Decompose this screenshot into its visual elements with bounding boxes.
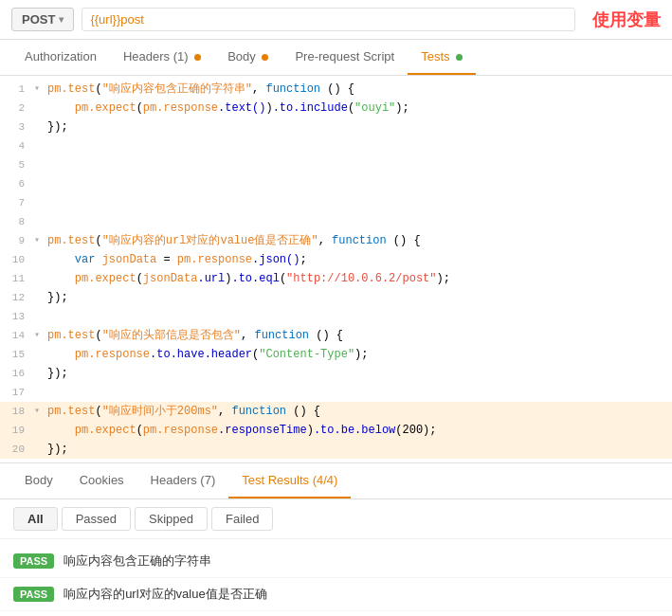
tab-body-result[interactable]: Body <box>11 463 66 498</box>
line-arrow: ▾ <box>34 81 47 98</box>
code-line-11: 11 pm.expect(jsonData.url).to.eql("http:… <box>0 269 672 288</box>
code-line-13: 13 <box>0 307 672 326</box>
test-item: PASS响应的头部信息是否包含 <box>0 611 672 616</box>
line-number: 2 <box>0 100 34 117</box>
tab-headers-result[interactable]: Headers (7) <box>137 463 229 498</box>
pass-badge: PASS <box>13 553 54 569</box>
code-line-2: 2 pm.expect(pm.response.text()).to.inclu… <box>0 99 672 118</box>
test-item: PASS响应内容包含正确的字符串 <box>0 545 672 578</box>
filter-all[interactable]: All <box>13 507 58 531</box>
code-line-17: 17 <box>0 383 672 402</box>
code-line-4: 4 <box>0 136 672 155</box>
line-content: pm.test("响应内容包含正确的字符串", function () { <box>47 81 672 98</box>
method-label: POST <box>22 12 55 27</box>
line-content: pm.test("响应时间小于200ms", function () { <box>47 403 672 420</box>
method-dropdown[interactable]: POST ▾ <box>11 8 74 31</box>
line-number: 9 <box>0 232 34 249</box>
line-content: }); <box>47 365 672 382</box>
line-number: 17 <box>0 384 34 401</box>
code-line-20: 20}); <box>0 440 672 459</box>
line-number: 20 <box>0 441 34 458</box>
filter-row: All Passed Skipped Failed <box>0 499 672 539</box>
line-content: pm.expect(pm.response.text()).to.include… <box>47 100 672 117</box>
line-arrow: ▾ <box>34 327 47 344</box>
line-number: 16 <box>0 365 34 382</box>
line-number: 7 <box>0 194 34 211</box>
tests-dot <box>456 54 463 61</box>
line-content: pm.response.to.have.header("Content-Type… <box>47 346 672 363</box>
code-line-19: 19 pm.expect(pm.response.responseTime).t… <box>0 421 672 440</box>
line-number: 12 <box>0 289 34 306</box>
line-number: 14 <box>0 327 34 344</box>
line-number: 19 <box>0 422 34 439</box>
line-number: 3 <box>0 118 34 136</box>
line-number: 8 <box>0 213 34 230</box>
code-line-18: 18▾pm.test("响应时间小于200ms", function () { <box>0 402 672 421</box>
line-number: 11 <box>0 270 34 287</box>
filter-skipped[interactable]: Skipped <box>135 507 208 531</box>
tab-body[interactable]: Body <box>214 40 282 75</box>
test-results-list: PASS响应内容包含正确的字符串PASS响应内容的url对应的value值是否正… <box>0 539 672 616</box>
url-bar[interactable]: {{url}}post <box>82 8 575 31</box>
tab-authorization[interactable]: Authorization <box>11 40 110 75</box>
line-content: }); <box>47 289 672 306</box>
line-content: var jsonData = pm.response.json(); <box>47 251 672 268</box>
line-content: pm.test("响应的头部信息是否包含", function () { <box>47 327 672 344</box>
code-line-15: 15 pm.response.to.have.header("Content-T… <box>0 345 672 364</box>
line-number: 18 <box>0 403 34 420</box>
filter-failed[interactable]: Failed <box>211 507 273 531</box>
line-content: pm.test("响应内容的url对应的value值是否正确", functio… <box>47 232 672 249</box>
tab-test-results[interactable]: Test Results (4/4) <box>228 463 351 498</box>
line-arrow: ▾ <box>34 403 47 420</box>
line-number: 15 <box>0 346 34 363</box>
line-number: 4 <box>0 137 34 154</box>
test-item: PASS响应内容的url对应的value值是否正确 <box>0 578 672 611</box>
url-text: {{url}}post <box>90 12 143 27</box>
tab-headers[interactable]: Headers (1) <box>110 40 214 75</box>
code-line-10: 10 var jsonData = pm.response.json(); <box>0 250 672 269</box>
code-line-16: 16}); <box>0 364 672 383</box>
line-number: 13 <box>0 308 34 325</box>
code-line-3: 3}); <box>0 118 672 136</box>
test-label: 响应内容包含正确的字符串 <box>64 553 211 570</box>
code-line-1: 1▾pm.test("响应内容包含正确的字符串", function () { <box>0 80 672 99</box>
line-content: }); <box>47 118 672 136</box>
code-editor[interactable]: 1▾pm.test("响应内容包含正确的字符串", function () {2… <box>0 76 672 463</box>
filter-passed[interactable]: Passed <box>62 507 131 531</box>
body-dot <box>262 54 268 61</box>
code-line-6: 6 <box>0 174 672 193</box>
code-line-8: 8 <box>0 212 672 231</box>
code-line-9: 9▾pm.test("响应内容的url对应的value值是否正确", funct… <box>0 231 672 250</box>
code-line-7: 7 <box>0 193 672 212</box>
line-arrow: ▾ <box>34 232 47 249</box>
line-number: 10 <box>0 251 34 268</box>
page-title: 使用变量 <box>592 9 661 31</box>
code-line-5: 5 <box>0 155 672 174</box>
tab-tests[interactable]: Tests <box>408 40 476 75</box>
test-label: 响应内容的url对应的value值是否正确 <box>64 586 267 603</box>
pass-badge: PASS <box>13 587 54 602</box>
headers-dot <box>194 54 201 61</box>
tabs-row: Authorization Headers (1) Body Pre-reque… <box>0 40 672 76</box>
tab-cookies[interactable]: Cookies <box>66 463 137 498</box>
line-number: 5 <box>0 156 34 173</box>
method-arrow: ▾ <box>59 14 64 25</box>
code-line-14: 14▾pm.test("响应的头部信息是否包含", function () { <box>0 326 672 345</box>
line-content: }); <box>47 441 672 458</box>
tab-prerequest[interactable]: Pre-request Script <box>282 40 408 75</box>
line-number: 6 <box>0 175 34 192</box>
line-content: pm.expect(jsonData.url).to.eql("http://1… <box>47 270 672 287</box>
bottom-tabs-row: Body Cookies Headers (7) Test Results (4… <box>0 463 672 499</box>
code-line-12: 12}); <box>0 288 672 307</box>
line-number: 1 <box>0 81 34 98</box>
line-content: pm.expect(pm.response.responseTime).to.b… <box>47 422 672 439</box>
top-bar: POST ▾ {{url}}post 使用变量 <box>0 0 672 40</box>
